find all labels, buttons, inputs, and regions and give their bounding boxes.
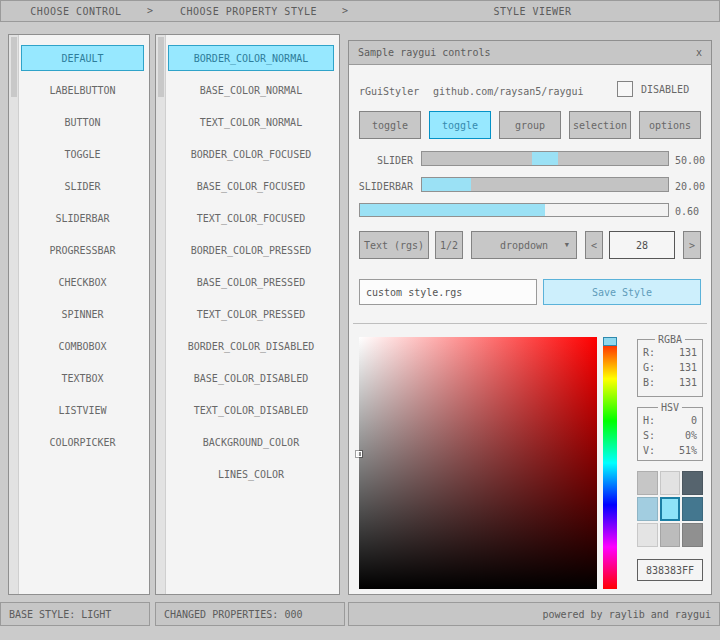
window-titlebar[interactable]: Sample raygui controls x (349, 41, 711, 65)
control-list-item[interactable]: BUTTON (21, 109, 144, 135)
style-swatch[interactable] (637, 497, 658, 521)
channel-label: B: (643, 375, 655, 390)
dropdown-select[interactable]: dropdown ▼ (471, 231, 577, 259)
slider-knob[interactable] (532, 152, 558, 165)
toggle-group-item-toggle-1[interactable]: toggle (359, 111, 421, 139)
control-list-item[interactable]: TOGGLE (21, 141, 144, 167)
blue-channel-row: B: 131 (638, 375, 702, 390)
property-list-item[interactable]: BASE_COLOR_DISABLED (168, 365, 334, 391)
properties-list: BORDER_COLOR_NORMAL BASE_COLOR_NORMAL TE… (168, 45, 334, 493)
credits-text: powered by raylib and raygui (542, 609, 711, 620)
control-list-item[interactable]: PROGRESSBAR (21, 237, 144, 263)
property-list-item[interactable]: TEXT_COLOR_PRESSED (168, 301, 334, 327)
close-icon[interactable]: x (696, 47, 702, 58)
control-list-item[interactable]: COLORPICKER (21, 429, 144, 455)
property-list-item[interactable]: TEXT_COLOR_NORMAL (168, 109, 334, 135)
channel-label: G: (643, 360, 655, 375)
repo-link-label[interactable]: github.com/raysan5/raygui (433, 85, 584, 99)
spinner-value-box[interactable]: 28 (609, 231, 675, 259)
property-list-item[interactable]: BORDER_COLOR_NORMAL (168, 45, 334, 71)
style-swatch[interactable] (682, 523, 703, 547)
control-list-item[interactable]: LISTVIEW (21, 397, 144, 423)
properties-list-panel: BORDER_COLOR_NORMAL BASE_COLOR_NORMAL TE… (155, 34, 340, 595)
step-choose-property-style: CHOOSE PROPERTY STYLE (151, 1, 346, 21)
status-changed-properties: CHANGED PROPERTIES: 000 (155, 602, 345, 626)
base-style-text: BASE STYLE: LIGHT (9, 609, 111, 620)
spinner-decrement-button[interactable]: < (585, 231, 603, 259)
property-list-item[interactable]: BASE_COLOR_PRESSED (168, 269, 334, 295)
hue-slider[interactable] (603, 337, 617, 589)
disabled-checkbox[interactable] (617, 81, 633, 97)
property-list-item[interactable]: BORDER_COLOR_FOCUSED (168, 141, 334, 167)
sliderbar-label: SLIDERBAR (349, 180, 413, 194)
app-name-label: rGuiStyler (359, 85, 419, 99)
style-swatch[interactable] (637, 523, 658, 547)
control-list-item[interactable]: CHECKBOX (21, 269, 144, 295)
channel-label: S: (643, 428, 655, 443)
style-swatch[interactable] (660, 523, 681, 547)
property-list-item[interactable]: TEXT_COLOR_FOCUSED (168, 205, 334, 231)
toggle-group-item-toggle-2[interactable]: toggle (429, 111, 491, 139)
hsv-groupbox: HSV H: 0 S: 0% V: 51% (637, 407, 703, 461)
control-list-item[interactable]: SPINNER (21, 301, 144, 327)
control-list-item[interactable]: DEFAULT (21, 45, 144, 71)
toggle-group-item-selection[interactable]: selection (569, 111, 631, 139)
value-row: V: 51% (638, 443, 702, 458)
property-list-item[interactable]: BORDER_COLOR_PRESSED (168, 237, 334, 263)
control-list-item[interactable]: COMBOBOX (21, 333, 144, 359)
controls-list-scrollbar[interactable] (9, 35, 19, 594)
slider-value: 50.00 (675, 154, 705, 168)
channel-value: 0% (685, 428, 697, 443)
color-cursor-icon[interactable] (356, 451, 362, 457)
progressbar-fill (360, 204, 545, 216)
hue-slider-cursor[interactable] (603, 337, 617, 346)
control-list-item[interactable]: TEXTBOX (21, 365, 144, 391)
control-list-item[interactable]: SLIDERBAR (21, 205, 144, 231)
property-list-item[interactable]: LINES_COLOR (168, 461, 334, 487)
sliderbar[interactable] (421, 177, 669, 192)
channel-label: H: (643, 413, 655, 428)
control-list-item[interactable]: LABELBUTTON (21, 77, 144, 103)
toggle-group-item-options[interactable]: options (639, 111, 701, 139)
rgba-groupbox: RGBA R: 131 G: 131 B: 131 (637, 339, 703, 397)
progressbar (359, 203, 669, 217)
style-swatch-selected[interactable] (660, 497, 681, 521)
style-filename-input[interactable] (359, 279, 537, 305)
save-style-button[interactable]: Save Style (543, 279, 701, 305)
color-saturation-value-panel[interactable] (359, 337, 597, 589)
text-rgs-button[interactable]: Text (rgs) (359, 231, 429, 259)
channel-value: 51% (679, 443, 697, 458)
properties-list-scrollbar[interactable] (156, 35, 166, 594)
style-swatch[interactable] (637, 471, 658, 495)
slider-label: SLIDER (349, 154, 413, 168)
hex-color-value-box[interactable]: 838383FF (637, 559, 703, 581)
style-swatch[interactable] (660, 471, 681, 495)
chevron-right-icon: > (342, 1, 348, 21)
style-swatch[interactable] (682, 497, 703, 521)
property-list-item[interactable]: TEXT_COLOR_DISABLED (168, 397, 334, 423)
red-channel-row: R: 131 (638, 345, 702, 360)
sliderbar-value: 20.00 (675, 180, 705, 194)
controls-list: DEFAULT LABELBUTTON BUTTON TOGGLE SLIDER… (21, 45, 144, 461)
style-swatch[interactable] (682, 471, 703, 495)
spinner-increment-button[interactable]: > (683, 231, 701, 259)
control-list-item[interactable]: SLIDER (21, 173, 144, 199)
scrollbar-thumb[interactable] (11, 37, 17, 97)
chevron-right-icon: > (147, 1, 153, 21)
property-list-item[interactable]: BASE_COLOR_FOCUSED (168, 173, 334, 199)
slider[interactable] (421, 151, 669, 166)
status-base-style: BASE STYLE: LIGHT (0, 602, 150, 626)
saturation-row: S: 0% (638, 428, 702, 443)
channel-value: 131 (679, 345, 697, 360)
property-list-item[interactable]: BORDER_COLOR_DISABLED (168, 333, 334, 359)
toggle-group-item-group[interactable]: group (499, 111, 561, 139)
half-view-button[interactable]: 1/2 (435, 231, 463, 259)
scrollbar-thumb[interactable] (158, 37, 164, 97)
property-list-item[interactable]: BACKGROUND_COLOR (168, 429, 334, 455)
chevron-down-icon: ▼ (565, 241, 569, 249)
green-channel-row: G: 131 (638, 360, 702, 375)
channel-label: R: (643, 345, 655, 360)
progressbar-value: 0.60 (675, 205, 699, 219)
property-list-item[interactable]: BASE_COLOR_NORMAL (168, 77, 334, 103)
sliderbar-fill (422, 178, 471, 191)
